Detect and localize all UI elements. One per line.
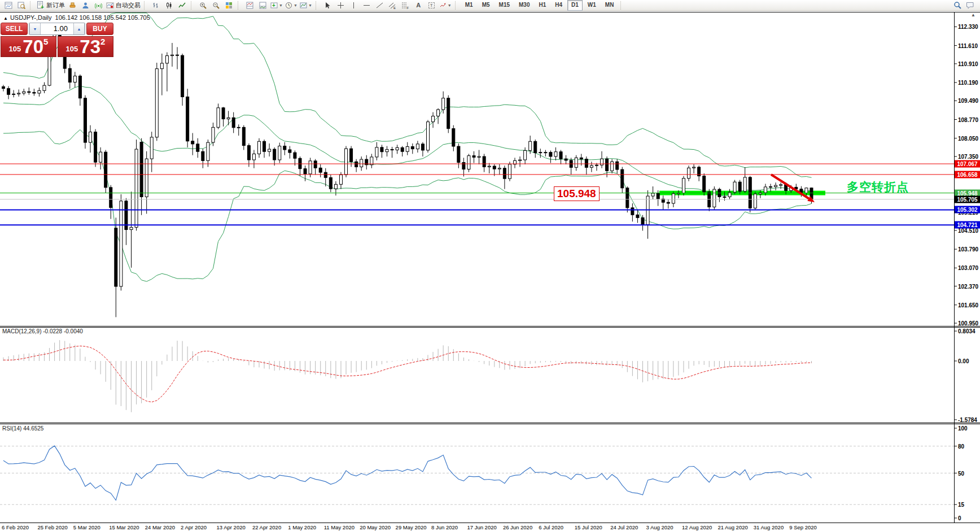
toolbar-separator bbox=[144, 1, 148, 10]
chart-profile-icon[interactable] bbox=[15, 1, 28, 10]
label-icon[interactable]: T bbox=[425, 1, 438, 10]
trendline-icon[interactable] bbox=[373, 1, 386, 10]
toolbar-separator bbox=[30, 1, 34, 10]
templates-icon[interactable]: ▼ bbox=[299, 1, 313, 10]
svg-text:+: + bbox=[272, 2, 275, 8]
community-icon[interactable] bbox=[79, 1, 92, 10]
new-order-button[interactable]: +新订单 bbox=[36, 1, 66, 10]
chart-style-icon[interactable] bbox=[66, 1, 79, 10]
chart-title-ohlc: 106.142 106.158 105.542 105.705 bbox=[55, 14, 150, 21]
main-toolbar: +新订单自动交易+▼▼▼EFAT▼M1M5M15M30H1H4D1W1MN bbox=[0, 0, 980, 11]
search-icon[interactable] bbox=[951, 1, 964, 10]
zoom-out-icon[interactable] bbox=[209, 1, 222, 10]
candlestick-icon[interactable] bbox=[163, 1, 176, 10]
vline-icon[interactable] bbox=[347, 1, 360, 10]
svg-text:F: F bbox=[407, 6, 409, 9]
rsi-pane bbox=[0, 446, 954, 504]
sell-button[interactable]: SELL bbox=[1, 23, 28, 35]
rsi-indicator-label: RSI(14) 44.6525 bbox=[2, 425, 43, 432]
signals-icon[interactable] bbox=[92, 1, 105, 10]
chart-canvas[interactable] bbox=[0, 0, 980, 531]
toolbar-separator bbox=[238, 1, 242, 10]
macd-signal-line bbox=[3, 346, 812, 402]
timeframe-d1[interactable]: D1 bbox=[567, 0, 583, 11]
arrows-icon[interactable]: ▼ bbox=[438, 1, 453, 10]
sell-price-handle: 105 bbox=[9, 45, 21, 53]
timeframe-h1[interactable]: H1 bbox=[535, 0, 550, 11]
fibonacci-icon[interactable]: F bbox=[399, 1, 412, 10]
buy-price-point: 2 bbox=[100, 37, 105, 46]
chart-title: ▲USDJPY-,Daily 106.142 106.158 105.542 1… bbox=[3, 14, 150, 21]
line-chart-icon[interactable] bbox=[176, 1, 189, 10]
macd-indicator-label: MACD(12,26,9) -0.0228 -0.0040 bbox=[2, 328, 83, 334]
timeframe-m15[interactable]: M15 bbox=[495, 0, 514, 11]
timeframe-w1[interactable]: W1 bbox=[584, 0, 600, 11]
timeframe-group: M1M5M15M30H1H4D1W1MN bbox=[461, 0, 619, 11]
zoom-in-icon[interactable] bbox=[196, 1, 209, 10]
candlestick-series bbox=[2, 29, 813, 317]
volume-up-button[interactable]: ▲ bbox=[73, 23, 85, 34]
svg-text:+: + bbox=[41, 4, 44, 10]
indicator-window-icon[interactable] bbox=[243, 1, 256, 10]
timeframe-mn[interactable]: MN bbox=[601, 0, 618, 11]
autotrading-button[interactable]: 自动交易 bbox=[105, 1, 142, 10]
bar-chart-icon[interactable] bbox=[150, 1, 163, 10]
macd-pane bbox=[3, 340, 812, 412]
chart-annotation-text: 多空转折点 bbox=[847, 179, 909, 195]
toolbar-separator bbox=[455, 1, 459, 10]
volume-field[interactable]: 1.00 bbox=[41, 23, 73, 34]
svg-text:E: E bbox=[393, 6, 396, 9]
timeframe-h4[interactable]: H4 bbox=[551, 0, 566, 11]
hline-icon[interactable] bbox=[360, 1, 373, 10]
toolbar-separator bbox=[316, 1, 320, 10]
tile-windows-icon[interactable] bbox=[222, 1, 235, 10]
add-indicator-icon[interactable]: +▼ bbox=[269, 1, 284, 10]
price-level-tag: 105.948 bbox=[554, 186, 600, 201]
text-icon[interactable]: A bbox=[412, 1, 425, 10]
chart-shift-icon[interactable]: ▲ bbox=[971, 12, 975, 18]
toolbar-separator bbox=[191, 1, 195, 10]
mt4-terminal: { "toolbar": { "new_order_label": "新订单",… bbox=[0, 0, 980, 531]
sell-price-pips: 70 bbox=[23, 38, 43, 55]
chat-icon[interactable] bbox=[964, 1, 977, 10]
cursor-icon[interactable] bbox=[321, 1, 334, 10]
chart-title-symbol: USDJPY-,Daily bbox=[10, 14, 52, 21]
periods-icon[interactable]: ▼ bbox=[284, 1, 299, 10]
timeframe-m30[interactable]: M30 bbox=[515, 0, 533, 11]
timeframe-m1[interactable]: M1 bbox=[461, 0, 477, 11]
buy-price-pips: 73 bbox=[80, 38, 100, 55]
buy-button[interactable]: BUY bbox=[86, 23, 113, 35]
symbol-collapse-icon[interactable]: ▲ bbox=[3, 16, 8, 21]
bollinger-middle bbox=[3, 86, 812, 195]
main-price-pane bbox=[0, 13, 954, 317]
sell-quote-button[interactable]: 105 70 5 bbox=[1, 36, 56, 57]
sell-price-point: 5 bbox=[43, 37, 48, 46]
buy-price-handle: 105 bbox=[66, 45, 78, 53]
crosshair-icon[interactable] bbox=[334, 1, 347, 10]
timeframe-m5[interactable]: M5 bbox=[478, 0, 494, 11]
volume-down-button[interactable]: ▼ bbox=[29, 23, 41, 34]
one-click-trading-panel: SELL ▼ 1.00 ▲ BUY 105 70 5 105 73 2 bbox=[1, 23, 113, 57]
channel-icon[interactable]: E bbox=[386, 1, 399, 10]
buy-quote-button[interactable]: 105 73 2 bbox=[58, 36, 113, 57]
charts-list-icon[interactable] bbox=[2, 1, 15, 10]
volume-stepper: ▼ 1.00 ▲ bbox=[29, 23, 85, 35]
indicator-window2-icon[interactable] bbox=[256, 1, 269, 10]
